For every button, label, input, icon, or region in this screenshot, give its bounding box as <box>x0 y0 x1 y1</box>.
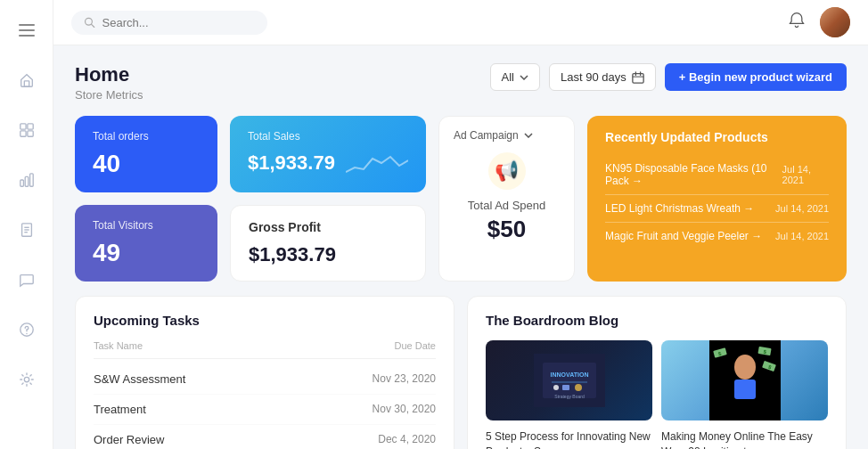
task-date-2: Nov 30, 2020 <box>373 403 436 416</box>
svg-text:Strategy Board: Strategy Board <box>554 394 585 399</box>
settings-nav-icon[interactable] <box>11 363 43 396</box>
svg-rect-6 <box>20 131 25 136</box>
svg-rect-1 <box>19 29 35 31</box>
recently-updated-title: Recently Updated Products <box>605 130 829 144</box>
product-item-1[interactable]: KN95 Disposable Face Masks (10 Pack → Ju… <box>605 155 829 195</box>
svg-point-30 <box>575 384 582 391</box>
total-sales-card: Total Sales $1,933.79 <box>230 116 426 192</box>
ad-campaign-dropdown[interactable]: Ad Campaign <box>454 129 533 142</box>
task-header: Task Name Due Date <box>94 340 436 359</box>
filter-dropdown[interactable]: All <box>490 63 540 91</box>
products-nav-icon[interactable] <box>11 114 43 146</box>
svg-rect-5 <box>27 124 32 129</box>
home-nav-icon[interactable] <box>11 64 43 96</box>
date-range-button[interactable]: Last 90 days <box>549 63 656 91</box>
svg-rect-9 <box>25 176 29 186</box>
product-date-2: Jul 14, 2021 <box>775 203 829 214</box>
blog-title: The Boardroom Blog <box>486 313 828 328</box>
ad-spend-label: Total Ad Spend <box>468 199 545 212</box>
svg-point-16 <box>26 333 27 334</box>
tasks-title: Upcoming Tasks <box>94 313 436 328</box>
task-col-date: Due Date <box>395 340 436 351</box>
avatar[interactable] <box>820 7 850 37</box>
search-bar[interactable] <box>71 11 267 35</box>
reports-nav-icon[interactable] <box>11 214 43 246</box>
total-visitors-label: Total Visitors <box>93 219 200 232</box>
bottom-section: Upcoming Tasks Task Name Due Date S&W As… <box>75 296 847 449</box>
svg-point-17 <box>24 377 29 381</box>
task-name-1: S&W Assessment <box>94 372 185 386</box>
megaphone-icon: 📢 <box>488 152 526 190</box>
page-controls: All Last 90 days + Begin new product wiz… <box>490 63 847 91</box>
total-orders-value: 40 <box>93 150 200 178</box>
content-area: Home Store Metrics All Last 90 days <box>53 45 868 449</box>
ad-campaign-card: Ad Campaign 📢 Total Ad Spend $50 <box>438 116 575 282</box>
page-title-block: Home Store Metrics <box>75 63 143 102</box>
search-icon <box>84 16 95 29</box>
svg-rect-20 <box>633 73 643 83</box>
analytics-nav-icon[interactable] <box>11 164 43 196</box>
svg-rect-0 <box>19 24 35 26</box>
main-content: Home Store Metrics All Last 90 days <box>53 0 868 449</box>
blog-caption-2[interactable]: Making Money Online The Easy Way: 28 Leg… <box>661 429 828 449</box>
product-date-1: Jul 14, 2021 <box>782 164 829 185</box>
search-input[interactable] <box>102 16 256 29</box>
svg-rect-7 <box>27 131 32 136</box>
blog-caption-1[interactable]: 5 Step Process for Innovating New Produc… <box>486 429 652 449</box>
gross-profit-card: Gross Profit $1,933.79 <box>230 205 426 282</box>
sparkline-icon <box>346 150 408 176</box>
blog-image-2[interactable]: $ $ $ <box>661 340 828 420</box>
product-name-1: KN95 Disposable Face Masks (10 Pack → <box>605 162 782 187</box>
svg-line-19 <box>92 24 94 27</box>
task-row-2: Treatment Nov 30, 2020 <box>94 395 436 425</box>
svg-rect-10 <box>29 174 33 186</box>
total-sales-label: Total Sales <box>248 130 408 143</box>
calendar-icon <box>632 71 644 84</box>
gross-profit-value: $1,933.79 <box>249 243 407 266</box>
svg-rect-29 <box>562 385 569 390</box>
ad-spend-value: $50 <box>487 216 526 243</box>
page-title: Home <box>75 63 143 86</box>
header <box>53 0 868 45</box>
total-visitors-value: 49 <box>93 239 200 267</box>
product-item-2[interactable]: LED Light Christmas Wreath → Jul 14, 202… <box>605 195 829 223</box>
blog-captions: 5 Step Process for Innovating New Produc… <box>486 429 828 449</box>
blog-images: INNOVATION Strategy Board <box>486 340 828 420</box>
task-row-3: Order Review Dec 4, 2020 <box>94 425 436 449</box>
ad-campaign-chevron <box>524 133 533 138</box>
svg-rect-2 <box>19 35 35 37</box>
product-date-3: Jul 14, 2021 <box>775 231 829 241</box>
product-list: KN95 Disposable Face Masks (10 Pack → Ju… <box>605 155 829 249</box>
total-orders-card: Total orders 40 <box>75 116 217 192</box>
task-col-name: Task Name <box>94 340 143 351</box>
blog-image-1[interactable]: INNOVATION Strategy Board <box>486 340 652 420</box>
svg-text:INNOVATION: INNOVATION <box>550 371 588 378</box>
task-date-3: Dec 4, 2020 <box>378 433 436 446</box>
svg-rect-4 <box>20 124 25 129</box>
menu-icon[interactable] <box>11 14 43 46</box>
tasks-card: Upcoming Tasks Task Name Due Date S&W As… <box>75 296 454 449</box>
gross-profit-label: Gross Profit <box>249 220 407 234</box>
product-name-3: Magic Fruit and Veggie Peeler → <box>605 230 762 242</box>
task-date-1: Nov 23, 2020 <box>373 372 436 386</box>
svg-rect-8 <box>20 180 23 186</box>
messages-nav-icon[interactable] <box>11 264 43 296</box>
svg-point-34 <box>734 355 756 380</box>
task-row-1: S&W Assessment Nov 23, 2020 <box>94 364 436 395</box>
product-name-2: LED Light Christmas Wreath → <box>605 202 754 215</box>
total-visitors-card: Total Visitors 49 <box>75 205 217 282</box>
total-orders-label: Total orders <box>93 130 200 143</box>
total-sales-value: $1,933.79 <box>248 151 335 175</box>
innovation-illustration: INNOVATION Strategy Board <box>534 354 605 407</box>
svg-rect-35 <box>734 380 756 399</box>
help-nav-icon[interactable] <box>11 314 43 346</box>
page-header: Home Store Metrics All Last 90 days <box>75 63 847 102</box>
task-name-2: Treatment <box>94 403 146 416</box>
wizard-button[interactable]: + Begin new product wizard <box>665 63 847 91</box>
product-item-3[interactable]: Magic Fruit and Veggie Peeler → Jul 14, … <box>605 223 829 249</box>
header-right <box>788 7 850 37</box>
task-name-3: Order Review <box>94 433 164 446</box>
recently-updated-card: Recently Updated Products KN95 Disposabl… <box>587 116 847 282</box>
notification-icon[interactable] <box>788 12 806 34</box>
blog-card: The Boardroom Blog INNOVATION Strate <box>467 296 847 449</box>
